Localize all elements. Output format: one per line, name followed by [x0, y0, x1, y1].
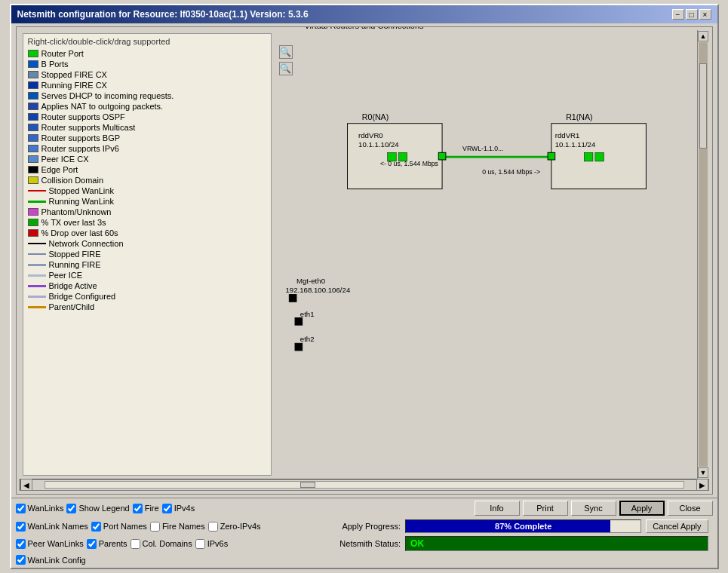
maximize-button[interactable]: □	[686, 9, 698, 20]
legend-swatch	[28, 219, 38, 226]
col-domains-checkbox[interactable]	[131, 539, 140, 549]
wanlink-config-checkbox-item: WanLink Config	[16, 555, 86, 565]
parents-checkbox[interactable]	[87, 539, 97, 549]
scroll-right-button[interactable]: ▶	[696, 479, 708, 491]
status-row: Netsmith Status: OK	[328, 535, 712, 553]
horizontal-scrollbar[interactable]: ◀ ▶	[20, 479, 709, 491]
show-legend-checkbox[interactable]	[66, 504, 76, 513]
svg-text:rddVR0: rddVR0	[358, 131, 383, 139]
legend-item: Router supports IPv6	[28, 144, 266, 153]
status-label: Netsmith Status:	[333, 539, 401, 548]
legend-item: Router supports BGP	[28, 133, 266, 142]
svg-text:VRWL-1.1.0...: VRWL-1.1.0...	[462, 145, 503, 152]
info-button[interactable]: Info	[475, 501, 520, 516]
legend-swatch	[28, 71, 38, 78]
scroll-track-vertical[interactable]	[699, 42, 708, 467]
legend-swatch	[28, 134, 38, 142]
fire-checkbox-item: Fire	[133, 504, 159, 513]
scroll-down-button[interactable]: ▼	[698, 467, 708, 478]
legend-item-label: Serves DHCP to incoming requests.	[41, 91, 174, 100]
svg-text:R0(NA): R0(NA)	[361, 112, 388, 121]
port-names-checkbox-item: Port Names	[91, 522, 147, 532]
port-names-checkbox[interactable]	[91, 522, 101, 532]
legend-swatch	[28, 155, 38, 163]
sync-button[interactable]: Sync	[571, 501, 616, 516]
legend-item: Router supports Multicast	[28, 123, 266, 132]
ipv4s-checkbox[interactable]	[162, 504, 172, 513]
fire-checkbox[interactable]	[133, 504, 143, 513]
legend-item: Running FIRE	[28, 260, 266, 269]
legend-item-label: Bridge Configured	[49, 292, 116, 301]
svg-rect-22	[295, 318, 303, 326]
svg-text:R1(NA): R1(NA)	[566, 112, 592, 121]
legend-swatch	[28, 113, 38, 121]
legend-item-label: Peer ICE CX	[41, 155, 89, 164]
scroll-thumb-horizontal[interactable]	[300, 482, 315, 488]
svg-text:<- 0 us, 1.544 Mbps: <- 0 us, 1.544 Mbps	[380, 160, 439, 167]
col-domains-checkbox-item: Col. Domains	[131, 539, 192, 549]
svg-text:eth1: eth1	[299, 310, 314, 318]
svg-text:0 us, 1.544 Mbps ->: 0 us, 1.544 Mbps ->	[482, 168, 540, 176]
legend-title: Right-click/double-click/drag supported	[28, 37, 266, 46]
legend-swatch	[28, 176, 38, 184]
ipv6s-checkbox[interactable]	[195, 539, 205, 549]
svg-rect-20	[289, 295, 296, 302]
legend-item: Phantom/Unknown	[28, 207, 266, 216]
zero-ipv4s-checkbox[interactable]	[208, 522, 218, 532]
legend-swatch	[28, 50, 38, 57]
legend-line-swatch	[28, 285, 46, 287]
scroll-left-button[interactable]: ◀	[20, 479, 32, 491]
parents-checkbox-item: Parents	[87, 539, 127, 549]
legend-swatch	[28, 103, 38, 110]
legend-items: Router PortB PortsStopped FIRE CXRunning…	[28, 49, 266, 311]
wanlinks-checkbox[interactable]	[16, 504, 26, 513]
checkboxes-row-2: WanLink Names Port Names Fire Names Zero…	[16, 520, 329, 533]
scroll-thumb-vertical[interactable]	[699, 63, 707, 149]
legend-item-label: Router supports IPv6	[41, 144, 119, 153]
print-button[interactable]: Print	[523, 501, 568, 516]
svg-text:eth2: eth2	[299, 335, 314, 343]
show-legend-label: Show Legend	[78, 504, 129, 513]
legend-swatch	[28, 124, 38, 131]
svg-text:192.168.100.106/24: 192.168.100.106/24	[285, 286, 350, 294]
legend-item: Bridge Configured	[28, 292, 266, 301]
close-button[interactable]: ×	[699, 9, 711, 20]
status-value: OK	[405, 536, 708, 551]
cancel-apply-button[interactable]: Cancel Apply	[646, 519, 708, 533]
wanlink-names-checkbox[interactable]	[16, 522, 26, 532]
scroll-up-button[interactable]: ▲	[698, 31, 708, 41]
peer-wanlinks-checkbox[interactable]	[16, 539, 26, 549]
svg-rect-24	[295, 343, 303, 351]
ipv4s-checkbox-item: IPv4s	[162, 504, 195, 513]
bottom-controls: WanLinks Show Legend Fire IPv4s Info Pri…	[11, 498, 717, 568]
fire-names-checkbox[interactable]	[150, 522, 160, 532]
vertical-scrollbar[interactable]: ▲ ▼	[697, 30, 709, 479]
legend-item-label: Phantom/Unknown	[41, 207, 112, 216]
fire-label: Fire	[145, 504, 159, 513]
legend-item-label: % TX over last 3s	[41, 218, 106, 227]
apply-button[interactable]: Apply	[619, 501, 665, 516]
fire-names-checkbox-item: Fire Names	[150, 522, 205, 532]
legend-item-label: Running WanLink	[49, 197, 114, 206]
virtual-routers-group: Virtual Routers and Connections Right-cl…	[16, 26, 713, 495]
legend-item-label: B Ports	[41, 60, 69, 69]
fire-names-label: Fire Names	[162, 522, 205, 531]
minimize-button[interactable]: −	[672, 9, 684, 20]
window-title: Netsmith configuration for Resource: lf0…	[17, 9, 309, 20]
legend-swatch	[28, 145, 38, 152]
legend-item: Edge Port	[28, 165, 266, 174]
legend-line-swatch	[28, 201, 46, 203]
scroll-track-horizontal[interactable]	[45, 481, 684, 489]
legend-item-label: Network Connection	[49, 239, 124, 248]
svg-rect-7	[594, 152, 604, 161]
wanlink-config-checkbox[interactable]	[16, 555, 26, 565]
svg-text:Mgt-eth0: Mgt-eth0	[296, 277, 324, 285]
ipv6s-checkbox-item: IPv6s	[195, 539, 229, 549]
progress-row: Apply Progress: 87% Complete Cancel Appl…	[328, 518, 712, 535]
close-button-bottom[interactable]: Close	[668, 501, 713, 516]
network-canvas[interactable]: 🔍 🔍 R0(NA) R1(NA)	[275, 30, 697, 479]
network-svg[interactable]: R0(NA) R1(NA) rddVR0 10.1.1.10/24 rddVR1	[275, 30, 697, 479]
col-domains-label: Col. Domains	[143, 539, 192, 548]
legend-line-swatch	[28, 306, 46, 308]
checkboxes-row-1: WanLinks Show Legend Fire IPv4s Info Pri…	[11, 498, 717, 518]
